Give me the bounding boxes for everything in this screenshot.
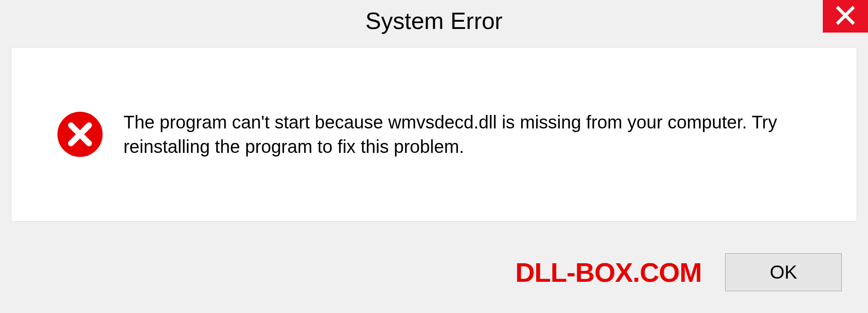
close-button[interactable]	[823, 0, 868, 33]
content-panel: The program can't start because wmvsdecd…	[11, 47, 857, 222]
footer-bar: DLL-BOX.COM OK	[0, 232, 868, 313]
close-icon	[835, 5, 855, 27]
watermark-text: DLL-BOX.COM	[515, 257, 702, 288]
title-bar: System Error	[0, 0, 868, 42]
error-message: The program can't start because wmvsdecd…	[123, 110, 802, 159]
ok-button[interactable]: OK	[725, 253, 842, 291]
error-icon	[57, 111, 104, 158]
dialog-title: System Error	[365, 7, 502, 34]
ok-button-label: OK	[770, 261, 797, 283]
